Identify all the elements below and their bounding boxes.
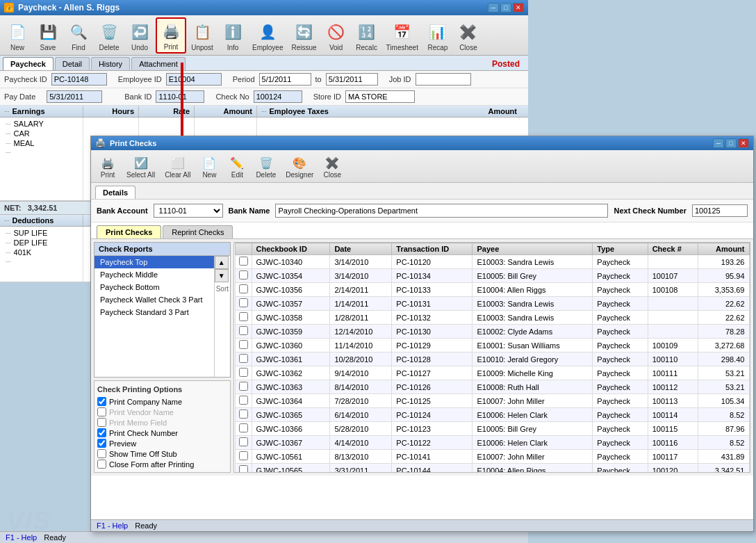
check-report-item-1[interactable]: Paycheck Middle xyxy=(94,268,214,281)
opt-show-time-off[interactable]: Show Time Off Stub xyxy=(97,448,227,459)
opt-close-form-checkbox[interactable] xyxy=(97,460,106,469)
save-button[interactable]: 💾 Save xyxy=(33,19,63,54)
opt-preview-checkbox[interactable] xyxy=(97,439,106,448)
table-row[interactable]: GJWC-1036011/14/2010PC-10129E10001: Susa… xyxy=(235,339,749,352)
dialog-maximize[interactable]: □ xyxy=(725,138,737,148)
row-checkbox[interactable] xyxy=(239,437,248,446)
row-checkbox[interactable] xyxy=(239,354,248,363)
opt-print-check-number-checkbox[interactable] xyxy=(97,428,106,437)
employee-id-input[interactable] xyxy=(166,73,222,86)
row-checkbox[interactable] xyxy=(239,451,248,460)
new-button[interactable]: 📄 New xyxy=(3,19,32,54)
sort-down-btn[interactable]: ▼ xyxy=(215,269,229,282)
sort-up-btn[interactable]: ▲ xyxy=(215,256,229,269)
opt-print-check-number[interactable]: Print Check Number xyxy=(97,428,227,438)
help-link[interactable]: F1 - Help xyxy=(6,533,37,542)
pc-selectall-button[interactable]: ☑️ Select All xyxy=(123,152,158,181)
check-report-item-0[interactable]: Paycheck Top xyxy=(94,256,214,268)
opt-print-company-checkbox[interactable] xyxy=(97,397,106,406)
table-row[interactable]: GJWC-103629/14/2010PC-10127E10009: Miche… xyxy=(235,366,749,380)
table-row[interactable]: GJWC-105618/13/2010PC-10141E10007: John … xyxy=(235,450,749,464)
dialog-minimize[interactable]: ─ xyxy=(713,138,724,148)
table-row[interactable]: GJWC-105653/31/2011PC-10144E10004: Allen… xyxy=(235,464,749,473)
row-checkbox[interactable] xyxy=(239,257,248,266)
period-from-input[interactable] xyxy=(259,73,311,86)
bank-name-input[interactable] xyxy=(275,204,608,218)
pc-designer-button[interactable]: 🎨 Designer xyxy=(282,152,317,181)
pc-close-button[interactable]: ✖️ Close xyxy=(320,152,345,181)
row-checkbox[interactable] xyxy=(239,423,248,432)
unpost-button[interactable]: 📋 Unpost xyxy=(188,19,217,54)
row-checkbox[interactable] xyxy=(239,368,248,377)
table-row[interactable]: GJWC-1035912/14/2010PC-10130E10002: Clyd… xyxy=(235,325,749,339)
opt-close-form[interactable]: Close Form after Printing xyxy=(97,459,227,469)
find-button[interactable]: 🔍 Find xyxy=(64,19,93,54)
pc-print-button[interactable]: 🖨️ Print xyxy=(95,152,120,181)
table-row[interactable]: GJWC-103647/28/2010PC-10125E10007: John … xyxy=(235,394,749,408)
recalc-button[interactable]: 🔢 Recalc xyxy=(352,19,381,54)
delete-button[interactable]: 🗑️ Delete xyxy=(94,19,124,54)
row-checkbox[interactable] xyxy=(239,326,248,335)
pc-clearall-button[interactable]: ⬜ Clear All xyxy=(161,152,194,181)
check-report-item-3[interactable]: Paycheck Wallet Check 3 Part xyxy=(94,293,214,306)
table-row[interactable]: GJWC-1036110/28/2010PC-10128E10010: Jera… xyxy=(235,352,749,366)
table-row[interactable]: GJWC-103656/14/2010PC-10124E10006: Helen… xyxy=(235,408,749,422)
pc-delete-button[interactable]: 🗑️ Delete xyxy=(252,152,279,181)
row-checkbox[interactable] xyxy=(239,340,248,349)
info-button[interactable]: ℹ️ Info xyxy=(218,19,247,54)
print-button[interactable]: 🖨️ Print xyxy=(156,17,186,54)
row-checkbox[interactable] xyxy=(239,284,248,293)
pc-new-button[interactable]: 📄 New xyxy=(197,152,222,181)
employee-button[interactable]: 👤 Employee xyxy=(249,19,286,54)
opt-print-company[interactable]: Print Company Name xyxy=(97,396,227,407)
reissue-button[interactable]: 🔄 Reissue xyxy=(288,19,320,54)
table-row[interactable]: GJWC-103638/14/2010PC-10126E10008: Ruth … xyxy=(235,380,749,394)
opt-print-vendor-checkbox[interactable] xyxy=(97,407,106,416)
table-row[interactable]: GJWC-103543/14/2010PC-10134E10005: Bill … xyxy=(235,269,749,283)
opt-print-vendor[interactable]: Print Vendor Name xyxy=(97,407,227,417)
tab-attachment[interactable]: Attachment xyxy=(131,57,186,70)
row-checkbox[interactable] xyxy=(239,396,248,405)
row-checkbox[interactable] xyxy=(239,312,248,321)
void-button[interactable]: 🚫 Void xyxy=(322,19,351,54)
job-id-input[interactable] xyxy=(416,73,471,86)
check-report-item-2[interactable]: Paycheck Bottom xyxy=(94,281,214,293)
close-main-button[interactable]: ✖️ Close xyxy=(454,19,483,54)
minimize-btn[interactable]: ─ xyxy=(488,3,499,13)
next-check-input[interactable] xyxy=(692,204,748,217)
dialog-close[interactable]: ✕ xyxy=(738,138,749,148)
paycheck-id-input[interactable] xyxy=(51,73,107,86)
opt-preview[interactable]: Preview xyxy=(97,438,227,448)
check-no-input[interactable] xyxy=(254,90,302,103)
table-row[interactable]: GJWC-103581/28/2011PC-10132E10003: Sandr… xyxy=(235,311,749,325)
bank-account-select[interactable]: 1110-01 xyxy=(154,204,223,218)
opt-print-memo[interactable]: Print Memo Field xyxy=(97,417,227,428)
reprint-checks-tab[interactable]: Reprint Checks xyxy=(163,225,233,238)
pc-edit-button[interactable]: ✏️ Edit xyxy=(224,152,249,181)
table-row[interactable]: GJWC-103562/14/2011PC-10133E10004: Allen… xyxy=(235,283,749,297)
pay-date-input[interactable] xyxy=(47,90,102,103)
tab-detail[interactable]: Detail xyxy=(55,57,90,70)
row-checkbox[interactable] xyxy=(239,270,248,279)
recap-button[interactable]: 📊 Recap xyxy=(423,19,452,54)
close-btn[interactable]: ✕ xyxy=(513,3,524,13)
opt-print-memo-checkbox[interactable] xyxy=(97,418,106,427)
maximize-btn[interactable]: □ xyxy=(500,3,511,13)
check-table-scroll[interactable]: Checkbook ID Date Transaction ID Payee T… xyxy=(233,242,750,473)
table-row[interactable]: GJWC-103403/14/2010PC-10120E10003: Sandr… xyxy=(235,255,749,269)
table-row[interactable]: GJWC-103674/14/2010PC-10122E10006: Helen… xyxy=(235,436,749,450)
tab-history[interactable]: History xyxy=(91,57,130,70)
table-row[interactable]: GJWC-103665/28/2010PC-10123E10005: Bill … xyxy=(235,422,749,436)
store-id-input[interactable] xyxy=(345,90,415,103)
tab-paycheck[interactable]: Paycheck xyxy=(3,57,54,70)
row-checkbox[interactable] xyxy=(239,298,248,307)
opt-show-time-off-checkbox[interactable] xyxy=(97,449,106,458)
undo-button[interactable]: ↩️ Undo xyxy=(125,19,154,54)
timesheet-button[interactable]: 📅 Timesheet xyxy=(383,19,422,54)
period-to-input[interactable] xyxy=(326,73,378,86)
row-checkbox[interactable] xyxy=(239,465,248,473)
dialog-help-link[interactable]: F1 - Help xyxy=(97,521,128,530)
row-checkbox[interactable] xyxy=(239,382,248,391)
details-tab[interactable]: Details xyxy=(95,186,135,199)
row-checkbox[interactable] xyxy=(239,410,248,419)
